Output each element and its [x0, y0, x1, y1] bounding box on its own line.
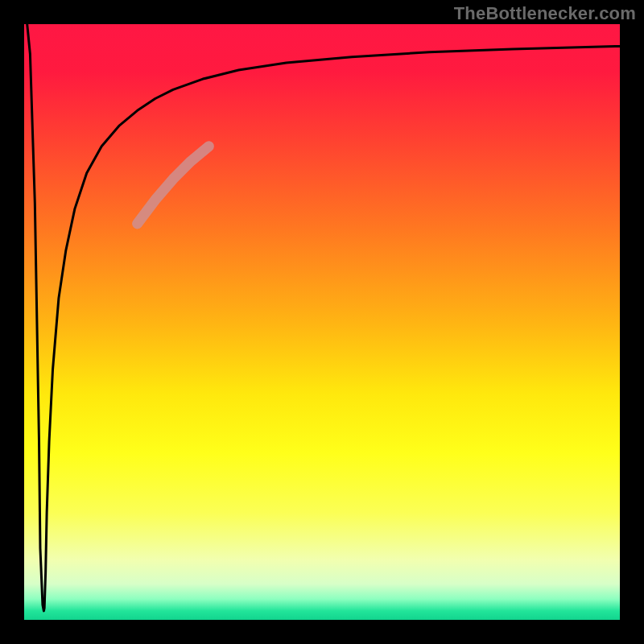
attribution-label: TheBottlenecker.com	[454, 3, 636, 24]
chart-frame: TheBottlenecker.com	[0, 0, 644, 644]
plot-area	[24, 24, 620, 620]
chart-svg	[24, 24, 620, 620]
gradient-background	[24, 24, 620, 620]
